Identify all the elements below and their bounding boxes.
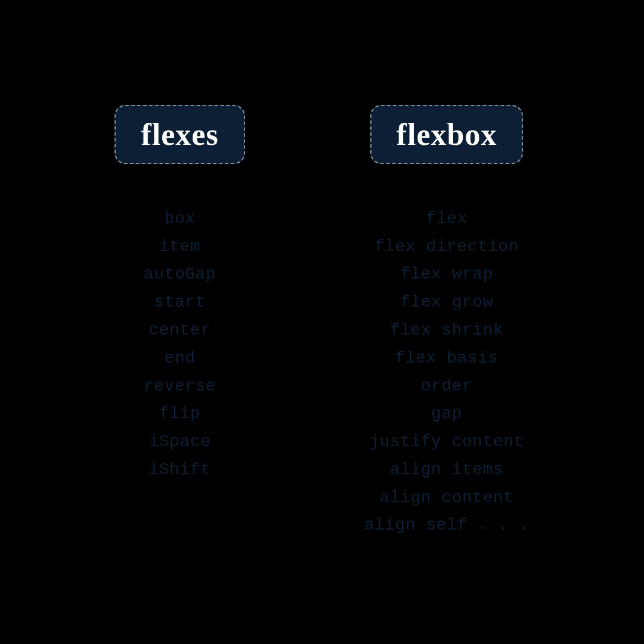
list-item: flex wrap [400,261,493,288]
flexbox-column: flexbox flexflex directionflex wrapflex … [364,105,530,540]
list-item: start [154,289,206,316]
list-item: gap [431,401,462,428]
flexes-title: flexes [141,117,218,151]
flexbox-badge: flexbox [370,105,524,164]
list-item: center [149,317,211,344]
list-item: end [165,345,196,372]
list-item: flex direction [374,234,519,261]
flexes-badge: flexes [114,105,244,164]
list-item: align self . . . [364,512,530,539]
list-item: align content [380,485,514,512]
list-item: align items [390,457,503,484]
list-item: flex shrink [390,317,503,344]
list-item: flex grow [400,289,493,316]
list-item: iShift [149,457,211,484]
list-item: iSpace [149,429,211,456]
flexes-list: boxitemautoGapstartcenterendreverseflipi… [144,206,216,484]
list-item: flex basis [395,345,499,372]
flexbox-list: flexflex directionflex wrapflex growflex… [364,206,530,540]
list-item: flip [159,401,200,428]
list-item: autoGap [144,261,216,288]
list-item: flex [426,206,467,233]
flexbox-title: flexbox [397,117,497,151]
list-item: order [421,373,473,400]
main-container: flexes boxitemautoGapstartcenterendrever… [0,57,644,587]
list-item: justify content [369,429,524,456]
list-item: reverse [144,373,216,400]
list-item: box [165,206,196,233]
flexes-column: flexes boxitemautoGapstartcenterendrever… [114,105,244,484]
list-item: item [159,234,200,261]
